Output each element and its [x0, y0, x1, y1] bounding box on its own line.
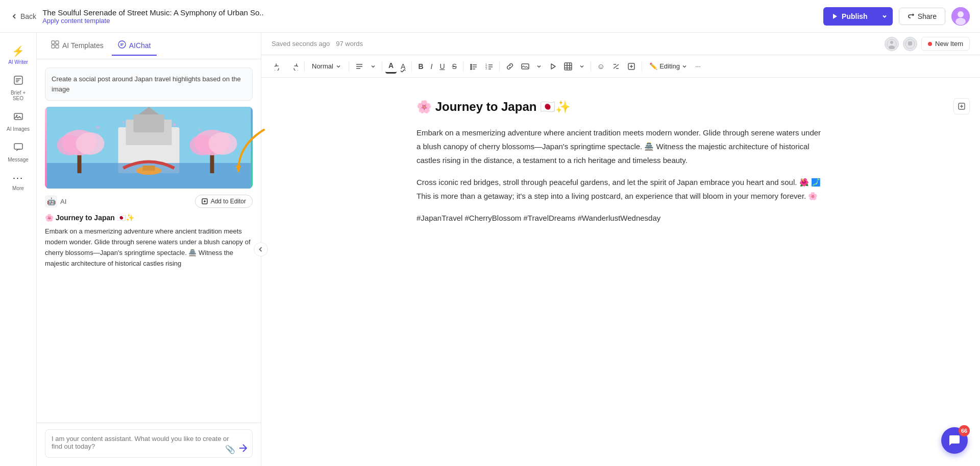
paragraph-style-label: Normal	[312, 62, 333, 70]
add-to-editor-button[interactable]: Add to Editor	[195, 195, 253, 208]
new-item-button[interactable]: New Item	[921, 37, 970, 51]
tab-aichat-label: AIChat	[129, 41, 151, 50]
undo-button[interactable]	[272, 60, 286, 73]
publish-button[interactable]: Publish	[823, 7, 893, 26]
svg-point-42	[471, 68, 472, 69]
svg-point-30	[122, 121, 125, 123]
chat-input-wrapper: 📎	[45, 429, 253, 460]
toolbar-divider-8	[642, 61, 642, 72]
format-toolbar: Normal A A B I U S	[261, 55, 980, 78]
svg-point-40	[471, 64, 472, 65]
svg-point-37	[889, 45, 895, 49]
header-right: Publish Share	[823, 7, 970, 26]
editor-content[interactable]: 🌸 Journey to Japan 🇯🇵✨ Embark on a mesme…	[261, 78, 980, 466]
chat-bubble-badge: 66	[959, 425, 970, 436]
editing-mode-selector[interactable]: ✏️ Editing	[645, 60, 691, 72]
new-item-dot	[928, 42, 932, 46]
editor-top-bar: Saved seconds ago 97 words New Item	[261, 33, 980, 55]
panel-collapse-button[interactable]	[254, 242, 268, 257]
link-button[interactable]	[503, 60, 517, 73]
align-dropdown[interactable]	[368, 61, 379, 72]
media-dropdown[interactable]	[533, 61, 545, 72]
header: Back The Soulful Serenade of Street Musi…	[0, 0, 980, 33]
table-button[interactable]	[561, 60, 575, 73]
underline-button[interactable]: U	[436, 60, 448, 73]
toolbar-divider-6	[499, 61, 500, 72]
highlight-button[interactable]: A	[398, 60, 408, 73]
sidebar-label-brief-seo: Brief + SEO	[6, 90, 31, 101]
sidebar-label-message: Message	[8, 157, 29, 162]
redo-button[interactable]	[287, 60, 301, 73]
apply-template-link[interactable]: Apply content template	[42, 17, 264, 25]
align-button[interactable]	[352, 60, 366, 73]
aichat-icon	[118, 40, 126, 51]
publish-dropdown-arrow[interactable]	[876, 8, 893, 25]
ai-avatar-icon: 🤖	[45, 195, 57, 207]
collaborator-avatar-1[interactable]	[885, 37, 899, 51]
play-button[interactable]	[546, 60, 560, 73]
toolbar-divider-3	[382, 61, 382, 72]
share-button[interactable]: Share	[899, 8, 945, 25]
ai-message-content: 🌸 Journey to Japan 🇯🇵✨ Embark on a mesme…	[45, 212, 253, 269]
ordered-list-button[interactable]: 1.2.3.	[482, 60, 496, 73]
svg-point-31	[173, 123, 176, 126]
more-options-button[interactable]: ···	[692, 60, 704, 73]
collaborator-avatar-2[interactable]	[903, 37, 917, 51]
new-item-label: New Item	[935, 40, 963, 48]
chat-input-area: 📎	[37, 423, 261, 466]
ai-templates-icon	[51, 40, 59, 51]
sidebar-label-ai-writer: AI Writer	[8, 59, 28, 65]
table-dropdown[interactable]	[576, 61, 587, 72]
left-sidebar: ⚡ AI Writer Brief + SEO AI Images Messag…	[0, 33, 37, 466]
sidebar-label-more: More	[12, 185, 24, 191]
svg-point-41	[471, 66, 472, 67]
bullet-list-button[interactable]	[467, 60, 481, 73]
add-to-editor-label: Add to Editor	[211, 198, 246, 205]
image-icon	[13, 111, 23, 124]
sidebar-item-ai-images[interactable]: AI Images	[3, 107, 34, 136]
main-layout: ⚡ AI Writer Brief + SEO AI Images Messag…	[0, 33, 980, 466]
svg-point-3	[955, 18, 966, 25]
svg-rect-11	[56, 45, 59, 48]
tab-ai-templates[interactable]: AI Templates	[45, 36, 110, 56]
more-icon: ···	[13, 173, 23, 183]
document-title: The Soulful Serenade of Street Music: A …	[42, 8, 264, 17]
bold-button[interactable]: B	[415, 60, 426, 73]
sidebar-label-ai-images: AI Images	[7, 126, 30, 132]
sidebar-item-brief-seo[interactable]: Brief + SEO	[3, 71, 34, 105]
send-button[interactable]	[238, 444, 248, 455]
share-label: Share	[918, 12, 937, 20]
publish-main: Publish	[823, 7, 876, 26]
special-char-button[interactable]	[609, 60, 623, 73]
media-button[interactable]	[518, 60, 532, 73]
strikethrough-button[interactable]: S	[449, 60, 460, 73]
tab-aichat[interactable]: AIChat	[112, 36, 157, 56]
sidebar-item-more[interactable]: ··· More	[3, 169, 34, 195]
back-button[interactable]: Back	[10, 12, 36, 20]
ai-message: 🤖 AI Add to Editor 🌸 Journey to Japan 🇯🇵…	[45, 195, 253, 269]
chat-widget-button[interactable]: 66	[941, 427, 968, 454]
header-title-area: The Soulful Serenade of Street Music: A …	[42, 8, 264, 25]
user-avatar[interactable]	[951, 7, 970, 26]
svg-marker-47	[551, 64, 555, 69]
sidebar-item-message[interactable]: Message	[3, 138, 34, 167]
insert-button[interactable]	[624, 60, 639, 73]
emoji-button[interactable]: ☺	[594, 59, 608, 73]
ai-label: 🤖 AI	[45, 195, 66, 207]
sidebar-item-ai-writer[interactable]: ⚡ AI Writer	[3, 41, 34, 69]
toolbar-divider-7	[591, 61, 591, 72]
chat-input[interactable]	[45, 429, 253, 458]
svg-rect-10	[52, 45, 55, 48]
italic-button[interactable]: I	[428, 60, 436, 73]
attach-button[interactable]: 📎	[225, 445, 235, 454]
svg-point-29	[96, 126, 100, 129]
back-label: Back	[20, 12, 36, 20]
editor-top-right: New Item	[885, 37, 970, 51]
text-color-button[interactable]: A	[385, 59, 397, 74]
ai-name: AI	[60, 198, 66, 205]
pencil-icon: ✏️	[649, 62, 657, 70]
paragraph-style-select[interactable]: Normal	[308, 60, 346, 72]
message-icon	[13, 142, 23, 155]
japan-image	[45, 107, 253, 189]
add-comment-button[interactable]	[953, 98, 970, 114]
